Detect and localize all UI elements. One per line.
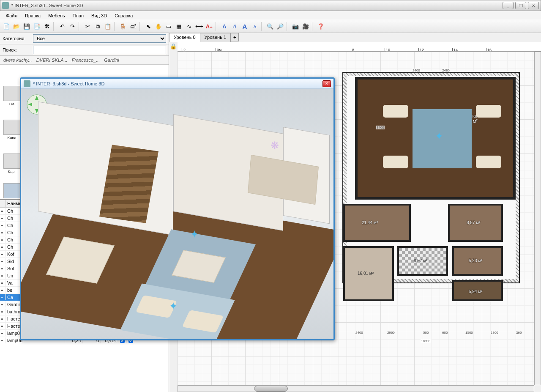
room-6[interactable]: 5,94 м² — [452, 280, 503, 301]
redo-icon[interactable]: ↷ — [68, 22, 77, 31]
room-5[interactable]: 5,23 м² — [452, 246, 503, 276]
big-a-icon[interactable]: A — [240, 22, 249, 31]
new-icon[interactable]: 📄 — [2, 22, 11, 31]
import-furniture-icon[interactable]: 🛋 — [128, 22, 138, 31]
cat-tab[interactable]: Gardini — [104, 58, 119, 63]
maximize-button[interactable]: ❐ — [515, 2, 526, 9]
add-level-tab[interactable]: + — [230, 33, 239, 41]
text-icon[interactable]: A₊ — [205, 22, 214, 31]
catalog-item[interactable]: Kapr — [3, 154, 20, 175]
menu-help[interactable]: Справка — [111, 12, 136, 19]
zoom-out-icon[interactable]: 🔎 — [276, 22, 285, 31]
3d-window-title: * INTER_3.sh3d - Sweet Home 3D — [33, 81, 322, 86]
dimension-icon[interactable]: ⟷ — [194, 22, 204, 31]
close-button[interactable]: ✕ — [528, 2, 539, 9]
cat-tab[interactable]: DVERI SKLA... — [36, 58, 68, 63]
undo-icon[interactable]: ↶ — [57, 22, 67, 31]
room-1[interactable]: 21,44 м² — [343, 204, 411, 242]
cat-tab[interactable]: dvere kuchy... — [3, 58, 32, 63]
minimize-button[interactable]: _ — [503, 2, 514, 9]
room-icon[interactable]: ▦ — [174, 22, 183, 31]
save-icon[interactable]: 💾 — [22, 22, 31, 31]
category-select[interactable]: Все — [33, 34, 166, 43]
horizontal-ruler: -2 0м 8 10 12 14 16 — [178, 42, 541, 52]
wall-icon[interactable]: ▭ — [164, 22, 173, 31]
menu-edit[interactable]: Правка — [22, 12, 44, 19]
menu-plan[interactable]: План — [69, 12, 87, 19]
text-bold-icon[interactable]: A — [220, 22, 229, 31]
furniture-category-strip: dvere kuchy... DVERI SKLA... Francesco_.… — [0, 56, 169, 65]
copy-icon[interactable]: ⧉ — [93, 22, 102, 31]
3d-canvas[interactable]: ✦ ✦ ❋ — [21, 89, 333, 339]
room-living[interactable]: Гостиная42,02 м² ✦ — [355, 77, 516, 200]
cat-tab[interactable]: Francesco_... — [72, 58, 100, 63]
saveas-icon[interactable]: 📑 — [32, 22, 41, 31]
3d-close-button[interactable]: ✕ — [322, 80, 331, 87]
plan-scrollbar-v[interactable] — [534, 52, 541, 385]
help-icon[interactable]: ❓ — [316, 22, 325, 31]
room-4[interactable]: 8,97 м² — [397, 246, 448, 276]
open-icon[interactable]: 📂 — [12, 22, 21, 31]
search-label: Поиск: — [3, 47, 30, 52]
menu-furniture[interactable]: Мебель — [45, 12, 68, 19]
app-icon — [2, 2, 9, 9]
menu-file[interactable]: Файл — [3, 12, 21, 19]
cut-icon[interactable]: ✂ — [83, 22, 92, 31]
search-input[interactable] — [33, 46, 166, 54]
pan-icon[interactable]: ✋ — [154, 22, 163, 31]
app-icon — [24, 80, 30, 87]
catalog-item[interactable]: Ga — [3, 86, 20, 107]
small-a-icon[interactable]: A — [250, 22, 260, 31]
window-title: * INTER_3.sh3d - Sweet Home 3D — [11, 3, 503, 8]
catalog-item-selected[interactable]: Kitcl — [3, 183, 20, 200]
menu-bar: Файл Правка Мебель План Вид 3D Справка — [0, 11, 541, 20]
3d-view-window: * INTER_3.sh3d - Sweet Home 3D ✕ ✦ ✦ — [20, 77, 335, 340]
menu-view3d[interactable]: Вид 3D — [88, 12, 110, 19]
select-icon[interactable]: ⬉ — [144, 22, 153, 31]
polyline-icon[interactable]: ∿ — [184, 22, 194, 31]
toolbar: 📄 📂 💾 📑 🛠 ↶ ↷ ✂ ⧉ 📋 🪑 🛋 ⬉ ✋ ▭ ▦ ∿ ⟷ A₊ A… — [0, 20, 541, 33]
category-row: Категория Все — [0, 33, 169, 44]
text-italic-icon[interactable]: A — [230, 22, 239, 31]
level-tab-0[interactable]: Уровень 0 — [169, 33, 200, 42]
level-tabs: Уровень 0 Уровень 1 + — [169, 33, 239, 42]
lock-icon[interactable]: 🔒 — [170, 43, 177, 49]
add-furniture-icon[interactable]: 🪑 — [118, 22, 128, 31]
window-buttons: _ ❐ ✕ — [503, 2, 539, 9]
camera-icon[interactable]: 📷 — [291, 22, 300, 31]
catalog-item[interactable]: Kana — [3, 120, 20, 141]
3d-render: ✦ ✦ ❋ — [21, 89, 333, 339]
level-tab-1[interactable]: Уровень 1 — [200, 33, 231, 42]
titlebar: * INTER_3.sh3d - Sweet Home 3D _ ❐ ✕ — [0, 0, 541, 11]
video-icon[interactable]: 🎥 — [301, 22, 310, 31]
plan-scrollbar-h[interactable] — [178, 385, 534, 392]
room-3[interactable]: 16,01 м² — [343, 246, 394, 301]
prefs-icon[interactable]: 🛠 — [42, 22, 52, 31]
room-2[interactable]: 8,57 м² — [448, 204, 503, 242]
search-row: Поиск: — [0, 44, 169, 56]
category-label: Категория — [3, 36, 30, 41]
3d-window-titlebar[interactable]: * INTER_3.sh3d - Sweet Home 3D ✕ — [21, 79, 333, 89]
paste-icon[interactable]: 📋 — [103, 22, 112, 31]
zoom-in-icon[interactable]: 🔍 — [265, 22, 275, 31]
